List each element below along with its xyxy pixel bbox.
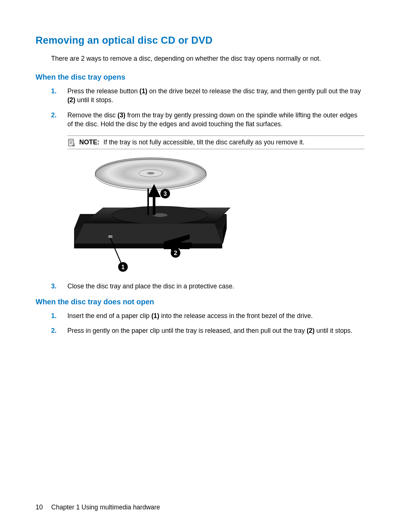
step-number: 2. — [51, 111, 57, 120]
note-label: NOTE: — [79, 138, 99, 146]
note-box: NOTE: If the tray is not fully accessibl… — [67, 135, 364, 150]
svg-rect-19 — [175, 242, 192, 248]
callout-2: 2 — [171, 248, 180, 258]
list-item: 2. Press in gently on the paper clip unt… — [51, 326, 364, 335]
section-b-steps: 1. Insert the end of a paper clip (1) in… — [51, 311, 364, 335]
section-b-heading: When the disc tray does not open — [36, 298, 364, 306]
callout-3: 3 — [160, 189, 170, 198]
svg-marker-12 — [74, 244, 222, 248]
step-text: Remove the disc (3) from the tray by gen… — [67, 111, 357, 128]
step-text: Insert the end of a paper clip (1) into … — [67, 312, 313, 319]
document-page: Removing an optical disc CD or DVD There… — [0, 0, 400, 532]
step-text: Close the disc tray and place the disc i… — [67, 282, 234, 290]
note-text: If the tray is not fully accessible, til… — [103, 138, 304, 146]
page-title: Removing an optical disc CD or DVD — [36, 35, 364, 46]
svg-text:1: 1 — [121, 264, 125, 270]
svg-marker-11 — [74, 223, 222, 244]
svg-rect-0 — [69, 139, 74, 145]
page-number: 10 — [36, 503, 43, 511]
section-a-steps-continued: 3. Close the disc tray and place the dis… — [51, 282, 364, 291]
step-number: 3. — [51, 282, 57, 291]
chapter-label: Chapter 1 Using multimedia hardware — [51, 503, 160, 511]
step-number: 1. — [51, 311, 57, 321]
step-number: 2. — [51, 326, 57, 335]
step-text: Press the release button (1) on the driv… — [67, 87, 361, 104]
optical-drive-illustration: 3 2 1 — [67, 153, 230, 275]
section-a-steps: 1. Press the release button (1) on the d… — [51, 87, 364, 129]
intro-paragraph: There are 2 ways to remove a disc, depen… — [51, 54, 364, 63]
svg-text:3: 3 — [164, 191, 167, 197]
svg-point-4 — [147, 172, 154, 174]
step-text: Press in gently on the paper clip until … — [67, 327, 352, 334]
section-a-heading: When the disc tray opens — [36, 73, 364, 81]
disc-graphic — [95, 158, 206, 190]
list-item: 3. Close the disc tray and place the dis… — [51, 282, 364, 291]
page-footer: 10 Chapter 1 Using multimedia hardware — [36, 503, 160, 511]
list-item: 1. Insert the end of a paper clip (1) in… — [51, 311, 364, 321]
note-content: NOTE: If the tray is not fully accessibl… — [79, 138, 304, 147]
list-item: 1. Press the release button (1) on the d… — [51, 87, 364, 105]
disc-tray-graphic — [84, 206, 230, 224]
step-number: 1. — [51, 87, 57, 96]
tray-bezel-graphic — [74, 223, 222, 248]
list-item: 2. Remove the disc (3) from the tray by … — [51, 111, 364, 129]
note-icon — [67, 138, 76, 147]
svg-text:2: 2 — [174, 250, 177, 256]
svg-rect-13 — [108, 235, 113, 238]
